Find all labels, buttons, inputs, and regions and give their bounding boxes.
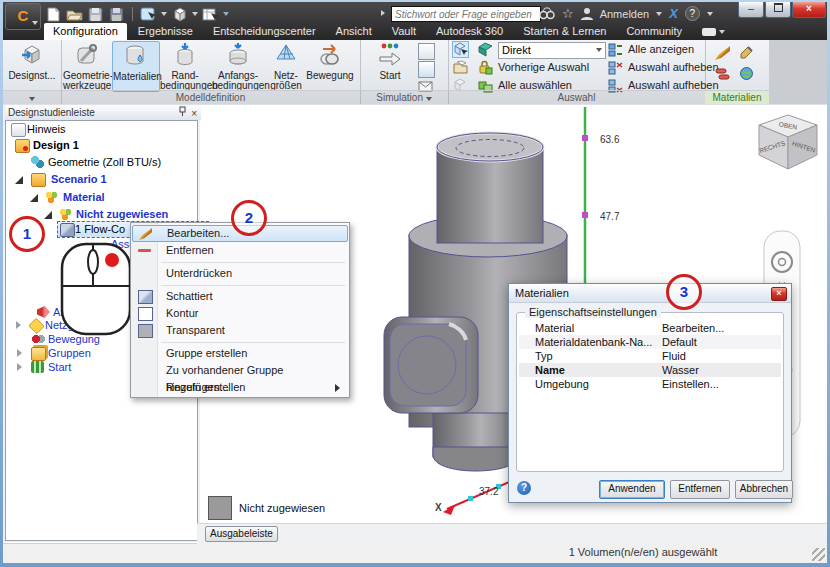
group-label-simulation[interactable]: Simulation <box>360 90 448 104</box>
bewegung-button[interactable]: Bewegung <box>306 41 354 90</box>
chevron-down-icon[interactable] <box>707 12 713 16</box>
tab-autodesk-360[interactable]: Autodesk 360 <box>427 23 512 40</box>
environment-globe-icon[interactable] <box>739 66 754 81</box>
search-binoculars-icon[interactable] <box>539 7 555 20</box>
designstudie-button[interactable]: Designst... <box>7 41 57 90</box>
menu-item-gruppe-hinzufuegen[interactable]: Zu vorhandener Gruppe hinzufügen... <box>132 362 348 379</box>
close-button[interactable]: × <box>792 2 826 18</box>
apply-button[interactable]: Anwenden <box>599 480 665 499</box>
customize-toolbar-icon[interactable] <box>223 12 229 16</box>
show-all-button[interactable]: Alle anzeigen <box>628 42 694 57</box>
application-menu-button[interactable]: C <box>5 3 41 30</box>
maximize-button[interactable] <box>765 2 791 18</box>
select-surface-icon[interactable] <box>453 60 468 75</box>
edit-material-pencil-icon[interactable] <box>715 46 730 60</box>
designstudie-panel-arrow[interactable] <box>3 90 61 104</box>
expand-toolbar-icon[interactable] <box>381 10 385 16</box>
tab-ansicht[interactable]: Ansicht <box>327 23 381 40</box>
property-row-typ[interactable]: TypFluid <box>519 349 781 363</box>
chevron-down-icon[interactable] <box>161 12 167 16</box>
selection-mode-combobox[interactable]: Direkt <box>498 42 606 59</box>
solution-monitor-icon[interactable] <box>418 61 435 78</box>
tree-item-hinweis[interactable]: Hinweis <box>27 122 66 136</box>
right-button-dot-icon <box>105 253 119 267</box>
search-input[interactable] <box>391 6 541 22</box>
exchange-apps-icon[interactable]: X <box>669 6 678 21</box>
viewcube[interactable]: OBEN RECHTS HINTEN <box>755 111 821 191</box>
open-file-icon[interactable] <box>66 7 83 22</box>
pin-panel-icon[interactable] <box>178 106 187 116</box>
paint-material-icon[interactable] <box>739 45 754 60</box>
dialog-close-button[interactable]: × <box>771 287 787 301</box>
solver-settings-icon[interactable] <box>418 43 435 60</box>
tab-vault[interactable]: Vault <box>383 23 425 40</box>
collapse-icon[interactable] <box>16 321 21 329</box>
select-volume-icon[interactable] <box>453 42 468 57</box>
geometriewerkzeuge-button[interactable]: Geometrie-werkzeuge <box>63 41 110 90</box>
shaded-view-icon[interactable] <box>171 7 188 22</box>
tree-item-scenario-1[interactable]: Scenario 1 <box>51 172 107 186</box>
tree-item-start[interactable]: Start <box>48 360 71 374</box>
annotation-step-3: 3 <box>666 274 702 310</box>
menu-item-entfernen[interactable]: Entfernen <box>132 242 348 259</box>
property-row-name[interactable]: NameWasser <box>519 363 781 377</box>
remove-button[interactable]: Entfernen <box>670 480 730 499</box>
save-as-icon[interactable] <box>108 7 125 22</box>
tree-item-design-1[interactable]: Design 1 <box>33 138 79 152</box>
randbedingungen-button[interactable]: Rand-bedingungen <box>160 41 210 90</box>
expand-icon[interactable] <box>15 176 23 184</box>
dialog-titlebar[interactable]: Materialien <box>509 284 791 303</box>
right-click-mouse-hint <box>60 242 132 336</box>
tab-community[interactable]: Community <box>617 23 691 40</box>
tab-media[interactable] <box>693 23 734 40</box>
netzgroessen-button[interactable]: Netz-größen <box>266 41 306 90</box>
tree-item-nicht-zugewiesen[interactable]: Nicht zugewiesen <box>76 207 168 221</box>
cancel-button[interactable]: Abbrechen <box>735 480 793 499</box>
materialien-button[interactable]: Materialien <box>112 41 160 92</box>
material-layers-icon[interactable] <box>715 66 730 81</box>
tab-starten-lernen[interactable]: Starten & Lernen <box>514 23 615 40</box>
tree-item-material[interactable]: Material <box>63 190 105 204</box>
menu-item-gruppe-erstellen[interactable]: Gruppe erstellen <box>132 345 348 362</box>
tab-ergebnisse[interactable]: Ergebnisse <box>129 23 202 40</box>
expand-icon[interactable] <box>44 211 52 219</box>
motion-icon <box>317 42 343 68</box>
menu-item-transparent[interactable]: Transparent <box>132 322 348 339</box>
property-row-material[interactable]: MaterialBearbeiten... <box>519 321 781 335</box>
transparent-cube-icon <box>138 324 153 338</box>
property-settings-group: Eigenschaftseinstellungen MaterialBearbe… <box>516 312 784 472</box>
output-bar-button[interactable]: Ausgabeleiste <box>205 526 278 542</box>
property-row-umgebung[interactable]: UmgebungEinstellen... <box>519 377 781 391</box>
tab-konfiguration[interactable]: Konfiguration <box>44 23 127 40</box>
tree-item-flow-component[interactable]: 1 Flow-Co <box>75 222 125 236</box>
collapse-icon[interactable] <box>17 349 22 357</box>
menu-item-schattiert[interactable]: Schattiert <box>132 288 348 305</box>
tree-item-geometrie[interactable]: Geometrie (Zoll BTU/s) <box>48 155 161 169</box>
tree-item-gruppen[interactable]: Gruppen <box>48 346 91 360</box>
table-select-icon[interactable] <box>202 7 219 22</box>
help-icon[interactable]: ? <box>685 6 700 21</box>
valve-base-bottom <box>433 447 519 471</box>
resize-grip[interactable] <box>812 548 825 561</box>
close-panel-icon[interactable]: × <box>191 106 197 121</box>
menu-item-kontur[interactable]: Kontur <box>132 305 348 322</box>
favorites-star-icon[interactable]: ☆ <box>562 6 574 21</box>
property-row-datenbank[interactable]: Materialdatenbank-Na...Default <box>519 335 781 349</box>
collapse-icon[interactable] <box>17 363 22 371</box>
menu-item-unterdruecken[interactable]: Unterdrücken <box>132 265 348 282</box>
menu-item-regeln-erstellen[interactable]: Regeln erstellen <box>132 379 348 396</box>
selection-window-icon[interactable] <box>140 7 157 22</box>
anfangsbedingungen-button[interactable]: Anfangs-bedingungen <box>212 41 264 90</box>
sign-in-link[interactable]: Anmelden <box>600 8 650 20</box>
chevron-down-icon[interactable] <box>656 12 662 16</box>
save-icon[interactable] <box>87 7 104 22</box>
dialog-help-icon[interactable]: ? <box>517 481 531 495</box>
new-file-icon[interactable] <box>45 7 62 22</box>
tab-entscheidungscenter[interactable]: Entscheidungscenter <box>204 23 325 40</box>
minimize-button[interactable]: – <box>738 2 764 18</box>
legend-swatch <box>208 496 232 520</box>
chevron-down-icon[interactable] <box>192 12 198 16</box>
expand-icon[interactable] <box>30 194 38 202</box>
previous-selection-button[interactable]: Vorherige Auswahl <box>498 60 589 75</box>
start-button[interactable]: Start <box>368 41 412 90</box>
